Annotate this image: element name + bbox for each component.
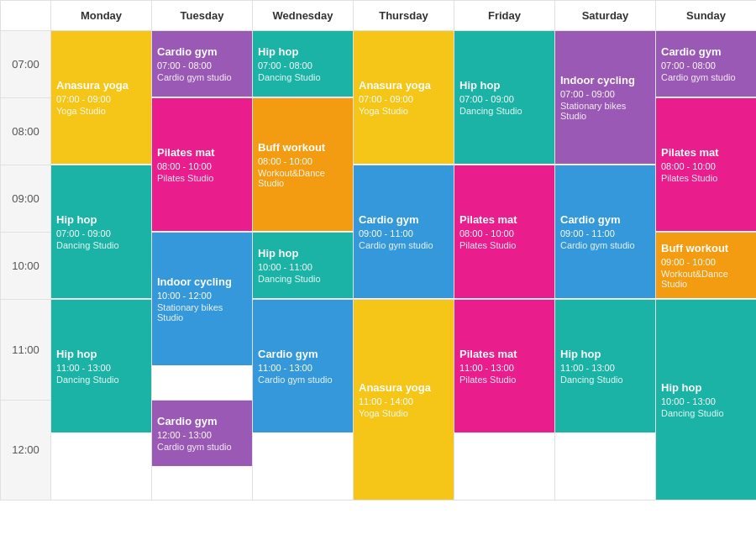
event-cell-monday[interactable]: Hip hop07:00 - 09:00Dancing Studio	[51, 165, 152, 300]
event-title: Cardio gym	[560, 213, 650, 226]
event-time: 07:00 - 08:00	[258, 60, 348, 71]
schedule-body: 07:00Anasura yoga07:00 - 09:00Yoga Studi…	[1, 31, 757, 500]
event-time: 09:00 - 11:00	[359, 228, 449, 238]
event-location: Dancing Studio	[258, 274, 348, 284]
schedule-row: 09:00Hip hop07:00 - 09:00Dancing StudioC…	[1, 165, 757, 233]
time-header	[1, 1, 51, 31]
event-title: Anasura yoga	[359, 79, 449, 92]
event-title: Buff workout	[258, 141, 348, 154]
event-title: Pilates mat	[157, 146, 247, 159]
event-cell-sunday[interactable]: Hip hop10:00 - 13:00Dancing Studio	[656, 300, 757, 500]
event-cell-thursday[interactable]: Cardio gym09:00 - 11:00Cardio gym studio	[354, 165, 454, 300]
event-cell-sunday[interactable]: Buff workout09:00 - 10:00Workout&Dance S…	[656, 233, 757, 300]
event-time: 09:00 - 10:00	[661, 257, 751, 267]
event-cell-wednesday[interactable]: Cardio gym11:00 - 13:00Cardio gym studio	[253, 300, 354, 500]
event-cell-thursday[interactable]: Anasura yoga11:00 - 14:00Yoga Studio	[354, 300, 454, 500]
event-location: Cardio gym studio	[359, 240, 449, 250]
schedule-container: MondayTuesdayWednesdayThursdayFridaySatu…	[0, 0, 756, 500]
event-title: Hip hop	[258, 247, 348, 259]
event-title: Anasura yoga	[56, 79, 146, 92]
event-cell-friday[interactable]: Hip hop07:00 - 09:00Dancing Studio	[454, 31, 555, 165]
event-title: Anasura yoga	[359, 381, 449, 394]
day-header-friday: Friday	[454, 1, 555, 31]
event-time: 08:00 - 10:00	[661, 161, 751, 171]
event-cell-wednesday[interactable]: Hip hop10:00 - 11:00Dancing Studio	[253, 233, 354, 300]
event-location: Cardio gym studio	[560, 240, 650, 250]
event-cell-tuesday[interactable]: Cardio gym07:00 - 08:00Cardio gym studio	[152, 31, 253, 98]
event-time: 10:00 - 12:00	[157, 291, 247, 301]
event-cell-tuesday[interactable]: Cardio gym12:00 - 13:00Cardio gym studio	[152, 400, 253, 500]
event-location: Yoga Studio	[359, 106, 449, 116]
event-time: 11:00 - 14:00	[359, 396, 449, 406]
schedule-row: 11:00Hip hop11:00 - 13:00Dancing StudioC…	[1, 300, 757, 401]
event-location: Dancing Studio	[459, 106, 549, 116]
event-title: Cardio gym	[258, 348, 348, 360]
event-title: Indoor cycling	[157, 275, 247, 288]
event-cell-wednesday[interactable]: Hip hop07:00 - 08:00Dancing Studio	[253, 31, 354, 98]
event-title: Hip hop	[560, 348, 650, 360]
event-time: 10:00 - 13:00	[661, 396, 751, 406]
schedule-table: MondayTuesdayWednesdayThursdayFridaySatu…	[0, 0, 756, 500]
event-title: Hip hop	[56, 213, 146, 226]
event-time: 09:00 - 11:00	[560, 228, 650, 238]
event-location: Cardio gym studio	[661, 72, 751, 82]
day-header-tuesday: Tuesday	[152, 1, 253, 31]
event-location: Yoga Studio	[359, 408, 449, 418]
event-location: Dancing Studio	[56, 375, 146, 385]
event-time: 08:00 - 10:00	[459, 228, 549, 238]
event-time: 08:00 - 10:00	[157, 161, 247, 171]
event-time: 10:00 - 11:00	[258, 262, 348, 272]
event-cell-friday[interactable]: Pilates mat08:00 - 10:00Pilates Studio	[454, 165, 555, 300]
event-cell-friday[interactable]: Pilates mat11:00 - 13:00Pilates Studio	[454, 300, 555, 500]
event-title: Hip hop	[459, 79, 549, 92]
event-cell-sunday[interactable]: Pilates mat08:00 - 10:00Pilates Studio	[656, 98, 757, 233]
time-label: 08:00	[1, 98, 51, 165]
event-location: Pilates Studio	[459, 375, 549, 385]
event-location: Yoga Studio	[56, 106, 146, 116]
event-title: Cardio gym	[157, 45, 247, 58]
event-location: Dancing Studio	[661, 408, 751, 418]
event-cell-tuesday[interactable]: Indoor cycling10:00 - 12:00Stationary bi…	[152, 233, 253, 401]
event-title: Indoor cycling	[560, 74, 650, 86]
event-location: Workout&Dance Studio	[258, 168, 348, 188]
event-title: Cardio gym	[661, 45, 751, 58]
event-title: Hip hop	[661, 381, 751, 394]
day-header-thursday: Thursday	[354, 1, 454, 31]
event-title: Pilates mat	[661, 146, 751, 159]
event-location: Dancing Studio	[258, 72, 348, 82]
event-cell-wednesday[interactable]: Buff workout08:00 - 10:00Workout&Dance S…	[253, 98, 354, 233]
day-header-sunday: Sunday	[656, 1, 757, 31]
event-time: 11:00 - 13:00	[258, 363, 348, 373]
event-cell-saturday[interactable]: Hip hop11:00 - 13:00Dancing Studio	[555, 300, 656, 500]
event-cell-saturday[interactable]: Indoor cycling07:00 - 09:00Stationary bi…	[555, 31, 656, 165]
event-time: 07:00 - 09:00	[56, 228, 146, 238]
event-cell-saturday[interactable]: Cardio gym09:00 - 11:00Cardio gym studio	[555, 165, 656, 300]
event-title: Hip hop	[258, 45, 348, 58]
event-cell-monday[interactable]: Hip hop11:00 - 13:00Dancing Studio	[51, 300, 152, 500]
event-location: Cardio gym studio	[258, 375, 348, 385]
day-header-wednesday: Wednesday	[253, 1, 354, 31]
event-cell-monday[interactable]: Anasura yoga07:00 - 09:00Yoga Studio	[51, 31, 152, 165]
day-header-saturday: Saturday	[555, 1, 656, 31]
event-time: 07:00 - 08:00	[157, 60, 247, 71]
day-header-monday: Monday	[51, 1, 152, 31]
event-cell-thursday[interactable]: Anasura yoga07:00 - 09:00Yoga Studio	[354, 31, 454, 165]
event-time: 07:00 - 09:00	[560, 89, 650, 99]
event-location: Stationary bikes Studio	[560, 101, 650, 121]
time-label: 07:00	[1, 31, 51, 98]
event-title: Pilates mat	[459, 348, 549, 360]
event-time: 11:00 - 13:00	[560, 363, 650, 373]
event-title: Pilates mat	[459, 213, 549, 226]
time-label: 12:00	[1, 400, 51, 500]
event-cell-sunday[interactable]: Cardio gym07:00 - 08:00Cardio gym studio	[656, 31, 757, 98]
event-location: Workout&Dance Studio	[661, 269, 751, 289]
event-cell-tuesday[interactable]: Pilates mat08:00 - 10:00Pilates Studio	[152, 98, 253, 233]
event-title: Buff workout	[661, 242, 751, 254]
event-location: Cardio gym studio	[157, 72, 247, 82]
time-label: 09:00	[1, 165, 51, 233]
event-location: Pilates Studio	[157, 173, 247, 183]
time-label: 10:00	[1, 233, 51, 300]
event-location: Pilates Studio	[459, 240, 549, 250]
event-time: 11:00 - 13:00	[56, 363, 146, 373]
event-location: Dancing Studio	[56, 240, 146, 250]
